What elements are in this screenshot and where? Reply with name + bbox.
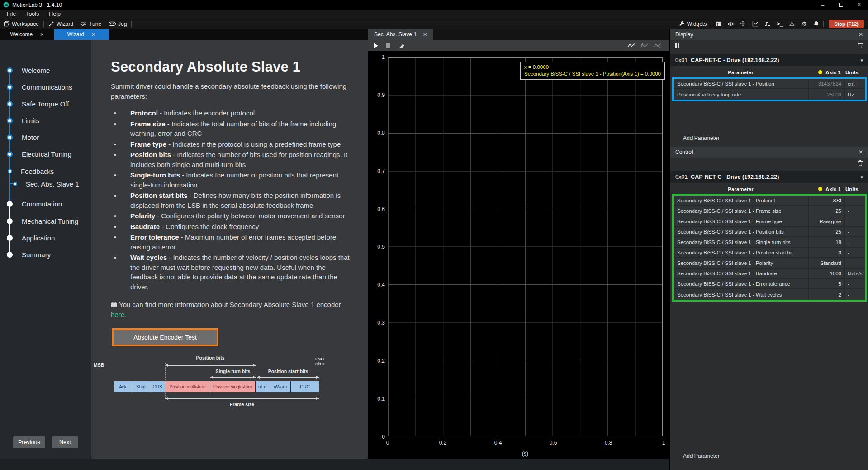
sidebar-step[interactable]: Mechanical Tuning bbox=[0, 216, 91, 225]
menu-item[interactable]: File bbox=[2, 11, 21, 17]
parameter-bullet: Position start bits - Defines how many b… bbox=[111, 191, 350, 210]
table-icon[interactable] bbox=[712, 21, 725, 27]
book-icon bbox=[111, 302, 117, 307]
control-parameter-row[interactable]: Secondary BiSS-C / SSI slave 1 - Single-… bbox=[674, 237, 865, 248]
menu-item[interactable]: Help bbox=[44, 11, 66, 17]
msb-label: MSB bbox=[94, 362, 104, 368]
stop-icon[interactable] bbox=[386, 43, 390, 48]
trash-icon[interactable] bbox=[858, 42, 863, 48]
sliders-icon bbox=[81, 21, 87, 27]
sidebar-step[interactable]: Commutation bbox=[0, 199, 91, 208]
parameter-bullet: Frame size - Indicates the total number … bbox=[111, 119, 350, 139]
gear-icon[interactable]: ⚙ bbox=[798, 21, 810, 27]
sidebar-step[interactable]: Safe Torque Off bbox=[0, 99, 91, 108]
control-drive-selector[interactable]: 0x01 CAP-NET-C - Drive (192.168.2.22) ▾ bbox=[670, 171, 868, 183]
frame-cell: CDS bbox=[150, 381, 165, 392]
close-icon[interactable]: ✕ bbox=[423, 32, 427, 38]
maximize-icon[interactable] bbox=[832, 0, 850, 10]
close-icon[interactable]: ✕ bbox=[859, 31, 863, 38]
plot-area: 10.90.80.70.60.50.40.30.20.10 x = 0.0000… bbox=[368, 51, 669, 459]
control-parameter-row[interactable]: Secondary BiSS-C / SSI slave 1 - Protoco… bbox=[674, 196, 865, 206]
control-parameter-row[interactable]: Secondary BiSS-C / SSI slave 1 - Frame s… bbox=[674, 206, 865, 216]
workspace-icon bbox=[4, 21, 9, 27]
step-node-icon bbox=[13, 182, 17, 186]
x-axis-ticks: 00.20.40.60.81 bbox=[388, 440, 664, 446]
control-table-header: Parameter Axis 1 Units bbox=[670, 185, 868, 193]
minimize-icon[interactable]: – bbox=[814, 0, 832, 10]
x-axis-label: (s) bbox=[388, 451, 663, 457]
bell-icon[interactable] bbox=[810, 21, 822, 27]
pause-icon[interactable] bbox=[675, 43, 679, 48]
menu-item[interactable]: Tools bbox=[21, 11, 44, 17]
lsb-label: LSBBit 0 bbox=[315, 356, 333, 366]
eye-icon[interactable] bbox=[725, 22, 737, 26]
sidebar-step[interactable]: Motor bbox=[0, 133, 91, 142]
motionlab-window: MotionLab 3 - 1.4.10 – ✕ FileToolsHelp W… bbox=[0, 0, 868, 470]
close-icon[interactable]: ✕ bbox=[859, 149, 863, 155]
sidebar-step[interactable]: Limits bbox=[0, 116, 91, 125]
plot-canvas[interactable] bbox=[388, 57, 663, 436]
play-icon[interactable] bbox=[374, 43, 378, 48]
display-add-parameter[interactable]: Add Parameter bbox=[683, 135, 868, 141]
move-icon[interactable] bbox=[737, 21, 749, 27]
multi-trace-icon[interactable] bbox=[640, 43, 648, 48]
sidebar-step[interactable]: Application bbox=[0, 233, 91, 242]
absolute-encoder-test-button[interactable]: Absolute Encoder Test bbox=[112, 328, 218, 346]
sidebar-step[interactable]: Communications bbox=[0, 82, 91, 91]
control-parameter-row[interactable]: Secondary BiSS-C / SSI slave 1 - Polarit… bbox=[674, 258, 865, 269]
jog-button[interactable]: Jog bbox=[105, 19, 130, 29]
display-parameter-row[interactable]: Position & velocity loop rate 25000 Hz bbox=[674, 89, 865, 100]
trash-icon[interactable] bbox=[858, 160, 863, 166]
control-parameter-row[interactable]: Secondary BiSS-C / SSI slave 1 - Error t… bbox=[674, 279, 865, 289]
terminal-icon[interactable]: >_ bbox=[773, 21, 786, 27]
toolbar-separator bbox=[711, 21, 711, 27]
toolbar: Workspace Wizard Tune Jog Widgets bbox=[0, 19, 868, 29]
chevron-down-icon: ▾ bbox=[860, 174, 863, 180]
frame-cell: CRC bbox=[291, 381, 319, 392]
chart-icon[interactable] bbox=[749, 21, 761, 27]
axis-status-dot bbox=[818, 70, 822, 74]
control-parameter-row[interactable]: Secondary BiSS-C / SSI slave 1 - Positio… bbox=[674, 248, 865, 258]
signal-trace-icon[interactable] bbox=[627, 43, 635, 48]
toolbar-separator bbox=[43, 21, 44, 27]
workspace-button[interactable]: Workspace bbox=[0, 19, 43, 29]
toolbar-separator bbox=[823, 21, 824, 27]
tab-wizard[interactable]: Wizard ✕ bbox=[54, 29, 109, 40]
control-parameter-row[interactable]: Secondary BiSS-C / SSI slave 1 - Baudrat… bbox=[674, 269, 865, 279]
warning-icon[interactable]: ⚠ bbox=[786, 21, 798, 27]
trace-off-icon[interactable] bbox=[654, 43, 661, 48]
widgets-button[interactable]: Widgets bbox=[675, 21, 710, 27]
control-highlight-box: Secondary BiSS-C / SSI slave 1 - Protoco… bbox=[672, 194, 867, 302]
close-icon[interactable]: ✕ bbox=[850, 0, 868, 10]
frame-cell: nWarn bbox=[270, 381, 291, 392]
position-start-bits-arrow bbox=[257, 377, 319, 378]
tab-sec-abs-slave-1[interactable]: Sec. Abs. Slave 1 ✕ bbox=[368, 29, 433, 40]
close-icon[interactable]: ✕ bbox=[91, 32, 95, 38]
sidebar-step[interactable]: Electrical Tuning bbox=[0, 149, 91, 158]
sidebar-step[interactable]: Summary bbox=[0, 250, 91, 259]
step-node-icon bbox=[7, 118, 13, 124]
control-parameter-row[interactable]: Secondary BiSS-C / SSI slave 1 - Positio… bbox=[674, 227, 865, 237]
dashed-guide bbox=[319, 375, 319, 398]
wizard-button[interactable]: Wizard bbox=[45, 19, 77, 29]
tune-button[interactable]: Tune bbox=[77, 19, 105, 29]
sidebar-step[interactable]: Sec. Abs. Slave 1 bbox=[0, 179, 91, 188]
control-add-parameter[interactable]: Add Parameter bbox=[683, 453, 720, 459]
tab-welcome[interactable]: Welcome ✕ bbox=[0, 29, 54, 40]
previous-button[interactable]: Previous bbox=[13, 436, 45, 448]
window-title: MotionLab 3 - 1.4.10 bbox=[12, 2, 62, 8]
pulse-icon[interactable] bbox=[761, 21, 773, 27]
y-axis-ticks: 10.90.80.70.60.50.40.30.20.10 bbox=[368, 57, 385, 437]
eraser-icon[interactable] bbox=[398, 43, 405, 48]
sidebar-step[interactable]: Feedbacks bbox=[0, 167, 91, 176]
here-link[interactable]: here. bbox=[111, 311, 126, 318]
display-drive-selector[interactable]: 0x01 CAP-NET-C - Drive (192.168.2.22) ▾ bbox=[670, 54, 868, 66]
sidebar-step[interactable]: Welcome bbox=[0, 66, 91, 75]
control-parameter-row[interactable]: Secondary BiSS-C / SSI slave 1 - Wait cy… bbox=[674, 289, 865, 300]
stop-button[interactable]: Stop (F12) bbox=[829, 20, 864, 28]
step-node-icon bbox=[8, 169, 12, 173]
next-button[interactable]: Next bbox=[52, 436, 78, 448]
display-parameter-row[interactable]: Secondary BiSS-C / SSI slave 1 - Positio… bbox=[674, 79, 865, 89]
control-parameter-row[interactable]: Secondary BiSS-C / SSI slave 1 - Frame t… bbox=[674, 216, 865, 227]
close-icon[interactable]: ✕ bbox=[40, 32, 44, 38]
